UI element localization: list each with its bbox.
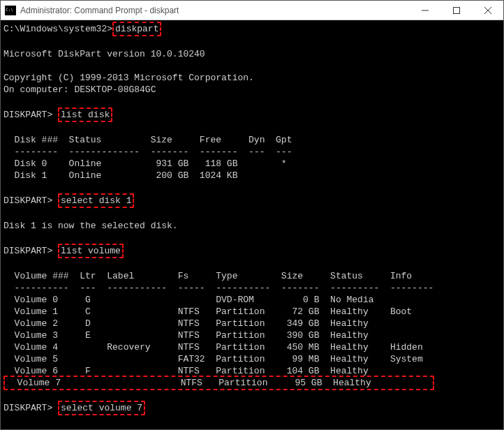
prompt-initial: C:\Windows\system32>	[3, 24, 112, 34]
volume-row-highlighted: Volume 7 NTFS Partition 95 GB Healthy	[3, 376, 434, 390]
select-volume-msg: Volume 7 is the selected volume.	[3, 428, 178, 429]
prompt-dp: DISKPART>	[3, 110, 52, 120]
volume-header: Volume ### Ltr Label Fs Type Size Status…	[3, 271, 412, 281]
window-title: Administrator: Command Prompt - diskpart	[20, 6, 179, 15]
disk-row: Disk 0 Online 931 GB 118 GB *	[3, 158, 287, 169]
cmd-list-volume: list volume	[58, 244, 124, 258]
volume-row: Volume 1 C NTFS Partition 72 GB Healthy …	[3, 306, 412, 317]
volume-row: Volume 3 E NTFS Partition 390 GB Healthy	[3, 330, 369, 341]
volume-divider: ---------- --- ----------- ----- -------…	[3, 283, 433, 293]
volume-row: Volume 5 FAT32 Partition 99 MB Healthy S…	[3, 354, 423, 364]
svg-rect-1	[453, 7, 459, 13]
cmd-list-disk: list disk	[58, 108, 112, 122]
minimize-button[interactable]	[409, 1, 440, 20]
cmd-select-disk: select disk 1	[58, 193, 134, 208]
volume-row: Volume 2 D NTFS Partition 349 GB Healthy	[3, 318, 369, 329]
cmd-select-volume: select volume 7	[58, 401, 145, 415]
close-button[interactable]	[472, 1, 503, 20]
maximize-button[interactable]	[440, 1, 472, 20]
volume-row: Volume 0 G DVD-ROM 0 B No Media	[3, 295, 374, 305]
disk-header: Disk ### Status Size Free Dyn Gpt	[3, 135, 292, 145]
console-output[interactable]: C:\Windows\system32>diskpart Microsoft D…	[1, 20, 503, 429]
prompt-dp: DISKPART>	[3, 246, 52, 256]
window-frame: Administrator: Command Prompt - diskpart…	[0, 0, 504, 430]
cmd-diskpart: diskpart	[112, 22, 161, 36]
computer-line: On computer: DESKTOP-08G84GC	[3, 84, 156, 95]
titlebar[interactable]: Administrator: Command Prompt - diskpart	[1, 1, 503, 20]
disk-row: Disk 1 Online 200 GB 1024 KB	[3, 170, 237, 181]
disk-divider: -------- ------------- ------- ------- -…	[3, 147, 292, 157]
volume-row: Volume 6 F NTFS Partition 104 GB Healthy	[3, 366, 369, 376]
select-disk-msg: Disk 1 is now the selected disk.	[3, 221, 178, 231]
version-line: Microsoft DiskPart version 10.0.10240	[3, 49, 205, 59]
volume-row: Volume 4 Recovery NTFS Partition 450 MB …	[3, 342, 423, 353]
prompt-dp: DISKPART>	[3, 403, 52, 413]
cmd-icon	[5, 6, 16, 15]
copyright-line: Copyright (C) 1999-2013 Microsoft Corpor…	[3, 73, 254, 83]
prompt-dp: DISKPART>	[3, 195, 52, 206]
